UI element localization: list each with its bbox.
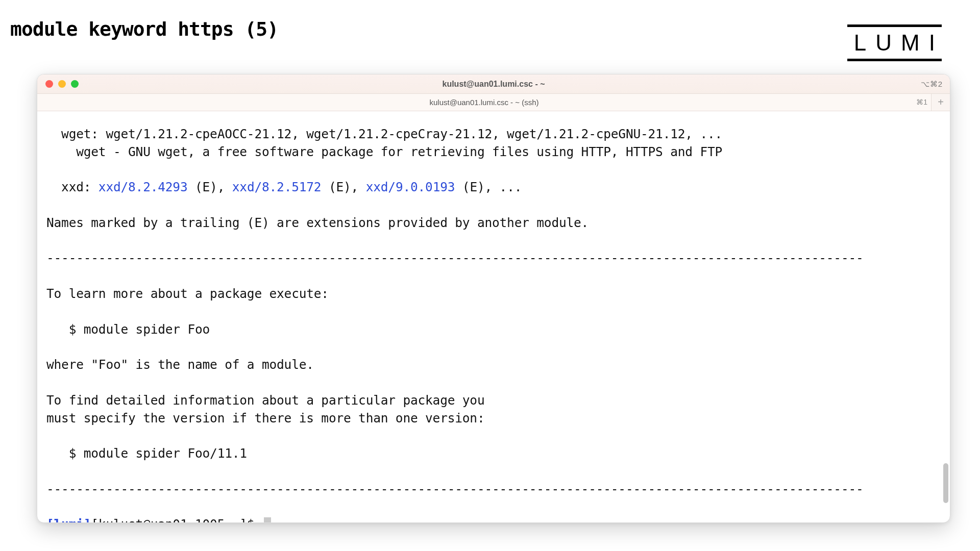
new-tab-button[interactable]: + — [932, 94, 950, 111]
output-divider: ----------------------------------------… — [46, 482, 864, 496]
minimize-icon[interactable] — [58, 80, 66, 88]
output-line: must specify the version if there is mor… — [46, 411, 484, 425]
lumi-logo: LUMI — [847, 24, 942, 61]
close-icon[interactable] — [45, 80, 53, 88]
scrollbar-thumb[interactable] — [943, 463, 948, 503]
window-title: kulust@uan01.lumi.csc - ~ — [443, 80, 545, 89]
logo-letter: U — [875, 30, 892, 56]
prompt-host: [lumi] — [46, 517, 91, 522]
tab-bar: kulust@uan01.lumi.csc - ~ (ssh) ⌘1 + — [37, 94, 950, 111]
output-line: $ module spider Foo/11.1 — [46, 446, 247, 461]
output-line: where "Foo" is the name of a module. — [46, 357, 314, 372]
module-version-link: xxd/9.0.0193 — [366, 180, 455, 194]
tab-shortcut-hint: ⌘1 — [916, 98, 927, 106]
module-version-link: xxd/8.2.4293 — [99, 180, 188, 194]
prompt-path: [kulust@uan01-1005 ~]$ — [91, 517, 262, 522]
terminal-window: kulust@uan01.lumi.csc - ~ ⌥⌘2 kulust@uan… — [37, 74, 950, 523]
tab-label: kulust@uan01.lumi.csc - ~ (ssh) — [429, 98, 538, 107]
prompt-line: [lumi][kulust@uan01-1005 ~]$ — [46, 517, 271, 522]
slide-title: module keyword https (5) — [10, 18, 970, 40]
maximize-icon[interactable] — [71, 80, 79, 88]
output-line: xxd: xxd/8.2.4293 (E), xxd/8.2.5172 (E),… — [46, 180, 522, 194]
logo-letter: L — [854, 30, 866, 56]
output-line: wget: wget/1.21.2-cpeAOCC-21.12, wget/1.… — [46, 127, 722, 141]
cursor-icon — [264, 517, 271, 522]
terminal-output[interactable]: wget: wget/1.21.2-cpeAOCC-21.12, wget/1.… — [37, 111, 950, 522]
output-line: Names marked by a trailing (E) are exten… — [46, 215, 589, 230]
tab-ssh-session[interactable]: kulust@uan01.lumi.csc - ~ (ssh) — [37, 94, 932, 111]
window-controls — [45, 80, 79, 88]
module-version-link: xxd/8.2.5172 — [232, 180, 322, 194]
output-line: $ module spider Foo — [46, 322, 210, 337]
output-line: To find detailed information about a par… — [46, 393, 484, 408]
logo-letter: M — [901, 30, 920, 56]
logo-letter: I — [929, 30, 935, 56]
window-titlebar: kulust@uan01.lumi.csc - ~ ⌥⌘2 — [37, 74, 950, 94]
window-shortcut-hint: ⌥⌘2 — [921, 80, 943, 89]
output-line: wget - GNU wget, a free software package… — [46, 144, 722, 159]
output-divider: ----------------------------------------… — [46, 251, 864, 265]
output-line: To learn more about a package execute: — [46, 286, 329, 301]
